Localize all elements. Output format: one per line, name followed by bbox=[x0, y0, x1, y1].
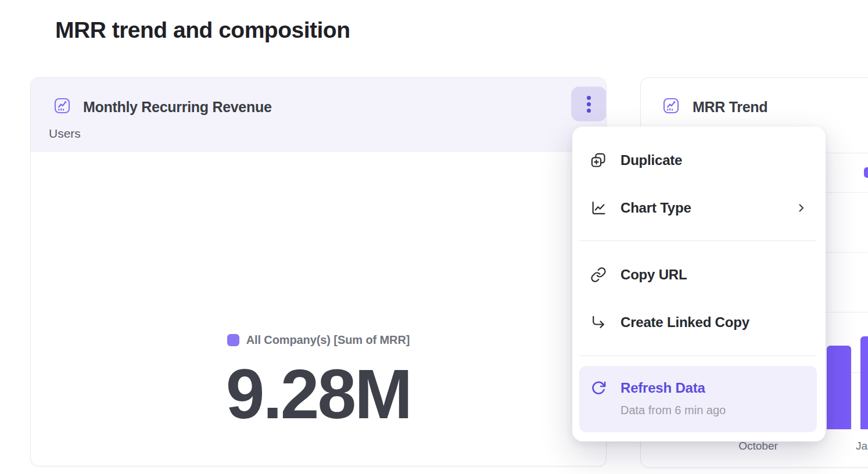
kebab-dot bbox=[587, 96, 591, 100]
menu-item-label: Duplicate bbox=[620, 152, 682, 168]
x-axis-label-october: October bbox=[718, 440, 799, 452]
mrr-card-subtitle: Users bbox=[49, 127, 81, 141]
kebab-dot bbox=[587, 102, 591, 106]
menu-item-refresh-data[interactable]: Refresh Data Data from 6 min ago bbox=[579, 366, 817, 432]
trend-bar[interactable] bbox=[827, 346, 851, 429]
chart-trend-icon bbox=[663, 98, 679, 114]
kpi-legend: All Company(s) [Sum of MRR] bbox=[31, 333, 606, 347]
menu-item-create-linked-copy[interactable]: Create Linked Copy bbox=[572, 301, 826, 343]
refresh-icon bbox=[589, 378, 608, 398]
context-menu: Duplicate Chart Type Copy URL bbox=[572, 127, 826, 441]
kebab-menu-button[interactable] bbox=[571, 87, 607, 121]
menu-divider bbox=[579, 240, 817, 241]
legend-label: All Company(s) [Sum of MRR] bbox=[246, 333, 410, 347]
trend-legend-swatch bbox=[864, 167, 868, 178]
chart-type-icon bbox=[589, 198, 608, 218]
menu-divider bbox=[579, 356, 817, 356]
mrr-card-title: Monthly Recurring Revenue bbox=[83, 99, 272, 116]
x-axis-label-january: January bbox=[856, 440, 868, 452]
chevron-right-icon bbox=[794, 201, 808, 215]
mrr-card-header: Monthly Recurring Revenue Users bbox=[31, 78, 606, 152]
mrr-card: Monthly Recurring Revenue Users All Comp… bbox=[30, 77, 607, 466]
chart-trend-icon bbox=[54, 98, 70, 114]
menu-item-label: Create Linked Copy bbox=[620, 314, 749, 331]
legend-swatch bbox=[227, 334, 239, 346]
kpi-value: 9.28M bbox=[31, 359, 606, 429]
menu-item-label: Chart Type bbox=[620, 200, 691, 216]
menu-item-duplicate[interactable]: Duplicate bbox=[572, 139, 826, 181]
menu-item-copy-url[interactable]: Copy URL bbox=[572, 254, 826, 296]
menu-item-label: Copy URL bbox=[620, 267, 687, 283]
trend-bar[interactable] bbox=[860, 336, 868, 429]
menu-item-chart-type[interactable]: Chart Type bbox=[572, 187, 826, 229]
kebab-dot bbox=[587, 109, 591, 113]
refresh-status-text: Data from 6 min ago bbox=[620, 403, 726, 418]
duplicate-icon bbox=[589, 150, 608, 170]
linked-copy-icon bbox=[589, 313, 608, 332]
menu-item-label: Refresh Data bbox=[620, 378, 726, 398]
mrr-trend-card-title: MRR Trend bbox=[693, 99, 767, 116]
link-icon bbox=[589, 265, 608, 285]
page-title: MRR trend and composition bbox=[55, 17, 350, 43]
